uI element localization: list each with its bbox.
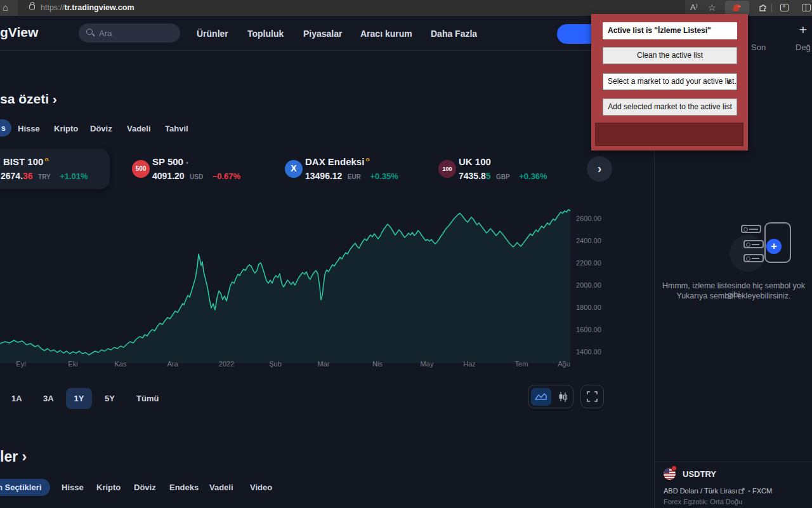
y-tick: 1600.00 [576, 326, 601, 333]
x-tick: 2022 [219, 360, 234, 368]
extensions-puzzle-icon[interactable] [758, 3, 768, 12]
nav-item-aracı-kurum[interactable]: Aracı kurum [360, 29, 412, 39]
url-scheme: https:// [41, 3, 65, 12]
market-select-value: Select a market to add your active list. [608, 77, 737, 86]
card-symbol-name: SP 500 [152, 156, 183, 167]
lock-icon[interactable] [29, 4, 35, 10]
fullscreen-icon [587, 391, 598, 402]
range-button-tümü[interactable]: Tümü [136, 388, 159, 409]
home-icon[interactable]: ⌂ [3, 2, 8, 13]
card-price: 2674. [1, 171, 23, 181]
card-bist100[interactable]: BIST 100G 2674.36 TRY +1.01% [0, 149, 110, 189]
market-summary-heading[interactable]: sa özeti › [0, 91, 57, 107]
x-tick: Nis [372, 360, 383, 368]
market-tab-vadeli[interactable]: Vadeli [127, 121, 151, 137]
chart-type-toggle [528, 385, 573, 408]
range-button-3a[interactable]: 3A [43, 388, 54, 409]
card-change: +1.01% [60, 171, 88, 181]
news-heading[interactable]: ler › [0, 448, 27, 465]
add-symbol-icon[interactable]: + [799, 22, 807, 37]
news-tab-hisse[interactable]: Hisse [62, 479, 84, 496]
news-tab-video[interactable]: Video [250, 479, 272, 496]
sp500-icon: 500 [132, 160, 150, 178]
news-tab-döviz[interactable]: Döviz [134, 479, 156, 496]
uk100-icon: 100 [438, 160, 456, 178]
x-tick: Ağu [558, 360, 570, 368]
area-chart-button[interactable] [531, 388, 551, 406]
y-tick: 2200.00 [576, 259, 601, 267]
news-tab-selected[interactable]: ün Seçtikleri [0, 479, 50, 496]
market-tab-kripto[interactable]: Kripto [54, 121, 78, 137]
chart-area-fill [0, 210, 570, 363]
card-price-tail: 5 [486, 171, 491, 181]
extension-icon [731, 3, 743, 13]
external-link-icon[interactable] [738, 488, 745, 494]
price-chart[interactable]: 2600.002400.002200.002000.001800.001600.… [0, 204, 654, 370]
card-currency: USD [190, 173, 203, 180]
range-button-5y[interactable]: 5Y [105, 388, 115, 409]
nav-item-daha-fazla[interactable]: Daha Fazla [431, 29, 477, 39]
card-price: 13496.12 [305, 171, 342, 181]
plus-bubble-icon: + [766, 239, 782, 254]
divider [655, 462, 812, 462]
tab-endeks-selected[interactable]: s [0, 119, 11, 137]
x-tick: Haz [463, 360, 476, 368]
site-header: gView Ara ÜrünlerToplulukPiyasalarAracı … [0, 16, 654, 51]
y-tick: 2400.00 [576, 237, 601, 244]
x-tick: May [421, 360, 434, 368]
search-input[interactable]: Ara [79, 23, 180, 43]
news-tab-vadeli[interactable]: Vadeli [209, 479, 233, 496]
tradingview-logo[interactable]: gView [0, 25, 38, 40]
main-content: sa özeti › s HisseKriptoDövizVadeliTahvi… [0, 51, 654, 508]
x-tick: Şub [269, 360, 282, 368]
card-price: 7435.8 [459, 171, 486, 181]
card-symbol-name: BIST 100 [3, 156, 43, 167]
active-extension-button[interactable] [725, 1, 749, 15]
extension-popup: Active list is "İzleme Listesi" Clean th… [591, 14, 748, 150]
nav-item-topluluk[interactable]: Topluluk [247, 29, 284, 39]
fullscreen-button[interactable] [580, 385, 604, 408]
card-currency: EUR [348, 173, 361, 180]
chevron-down-icon: ∨ [726, 74, 731, 90]
news-tab-endeks[interactable]: Endeks [169, 479, 199, 496]
market-tab-döviz[interactable]: Döviz [90, 121, 112, 137]
range-button-1y[interactable]: 1Y [66, 388, 92, 409]
card-price: 4091.20 [152, 171, 185, 181]
toolbar-separator [771, 4, 772, 12]
market-tab-hisse[interactable]: Hisse [18, 121, 40, 137]
card-currency: GBP [496, 173, 510, 180]
split-screen-icon[interactable] [802, 4, 811, 11]
candlestick-icon [558, 391, 569, 403]
range-button-1a[interactable]: 1A [11, 388, 22, 409]
symbol-row-usdtry[interactable]: USDTRY ABD Doları / Türk Lirası • FXCM F… [655, 465, 812, 504]
chart-canvas [0, 204, 574, 363]
collections-icon[interactable] [780, 4, 789, 11]
x-tick: Kas [115, 360, 127, 368]
delayed-dot-icon: • [186, 159, 188, 166]
nav-item-ürünler[interactable]: Ürünler [197, 29, 228, 39]
market-select-dropdown[interactable]: Select a market to add your active list.… [603, 73, 737, 90]
search-placeholder: Ara [99, 29, 112, 38]
cards-next-button[interactable]: › [587, 156, 612, 182]
card-change: −0.67% [213, 171, 240, 181]
g-badge-icon: G [44, 157, 48, 163]
column-change: Değ [796, 43, 811, 52]
market-tab-tahvil[interactable]: Tahvil [165, 121, 188, 137]
x-tick: Tem [515, 360, 528, 368]
card-price-tail: 36 [23, 171, 33, 181]
url-text[interactable]: https://tr.tradingview.com [41, 3, 134, 12]
favorites-icon[interactable]: ☆ [708, 3, 716, 13]
clean-active-list-button[interactable]: Clean the active list [603, 47, 737, 64]
nav-item-piyasalar[interactable]: Piyasalar [303, 29, 343, 39]
area-chart-icon [534, 391, 548, 403]
symbol-ticker: USDTRY [683, 469, 716, 479]
news-tab-kripto[interactable]: Kripto [96, 479, 121, 496]
candlestick-button[interactable] [555, 389, 572, 405]
x-tick: Eyl [16, 360, 25, 368]
y-tick: 1800.00 [576, 304, 601, 311]
url-host: tr.tradingview.com [65, 3, 134, 12]
add-selected-market-button[interactable]: Add selected market to the active list [603, 98, 737, 116]
card-currency: TRY [38, 173, 51, 180]
x-tick: Mar [318, 360, 330, 368]
read-aloud-icon[interactable]: A) [690, 3, 697, 12]
